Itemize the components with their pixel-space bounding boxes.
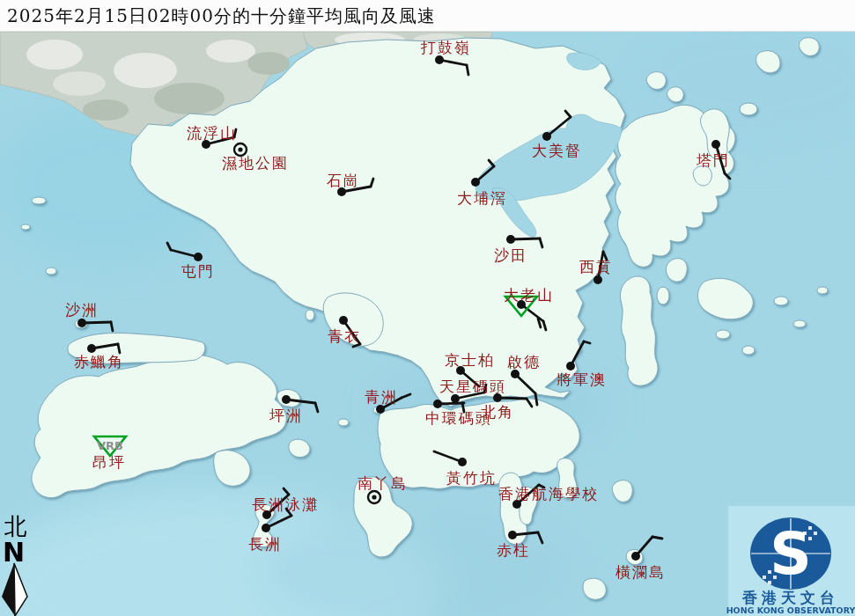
wind-barb-tick xyxy=(584,341,590,343)
station-dot xyxy=(471,178,480,187)
station-label: 黃竹坑 xyxy=(446,469,497,487)
station-label: 坪洲 xyxy=(269,407,303,424)
station-dot xyxy=(451,394,460,403)
station-label: 屯門 xyxy=(181,262,215,280)
station-dot xyxy=(87,344,96,353)
title-bar: 2025年2月15日02時00分的十分鐘平均風向及風速 xyxy=(0,0,855,32)
wind-barb-tick xyxy=(652,537,662,539)
station-label: 沙田 xyxy=(494,246,527,264)
station-dot xyxy=(339,316,348,325)
station-label: 打鼓嶺 xyxy=(420,39,471,56)
station-dot xyxy=(282,395,291,404)
station-label: 青洲 xyxy=(365,388,398,406)
station-label: 大埔滘 xyxy=(457,189,507,207)
station-label: 青衣 xyxy=(328,327,361,345)
station-dot xyxy=(493,393,502,402)
station-dot xyxy=(508,531,517,539)
station-dot xyxy=(711,140,720,149)
compass-label-en: N xyxy=(3,537,25,568)
station-dot xyxy=(433,400,442,408)
logo-name-zh: 香港天文台 xyxy=(741,589,839,606)
wind-barb-tick xyxy=(467,65,468,75)
station-label: 石崗 xyxy=(327,172,360,189)
station-dot xyxy=(593,275,602,284)
station-label: 大美督 xyxy=(532,142,582,159)
station-label: 西貢 xyxy=(579,258,613,275)
station-label: 流浮山 xyxy=(187,124,237,142)
station-label: 橫瀾島 xyxy=(615,563,666,581)
north-arrow: 北 N xyxy=(2,513,27,616)
station-label: 赤鱲角 xyxy=(74,353,124,370)
station-label: 啟德 xyxy=(507,353,541,370)
station-ngong-ping: VRB昂坪 xyxy=(92,436,126,471)
station-dot xyxy=(631,552,640,561)
wind-barb-tick xyxy=(118,344,120,353)
station-label: 長洲 xyxy=(248,535,282,553)
compass-label-zh: 北 xyxy=(4,513,27,539)
station-dot xyxy=(194,253,203,261)
station-label: 京士柏 xyxy=(445,351,495,369)
station-label: 中環碼頭 xyxy=(425,409,492,427)
station-dot xyxy=(458,458,467,466)
station-label: 赤柱 xyxy=(497,541,530,559)
map-title: 2025年2月15日02時00分的十分鐘平均風向及風速 xyxy=(7,4,436,28)
station-label: 天星碼頭 xyxy=(439,378,506,395)
station-dot xyxy=(77,319,86,327)
wind-map-screenshot: 打鼓嶺流浮山濕地公園石崗大美督塔門大埔滘沙田西貢屯門大老山沙洲赤鱲角青衣京士柏啟… xyxy=(0,0,855,616)
station-label: 長洲泳灘 xyxy=(252,495,319,513)
station-label: 塔門 xyxy=(696,151,730,169)
station-label: 昂坪 xyxy=(92,453,126,471)
wind-barb-tick xyxy=(535,393,537,405)
hong-kong-wind-map: 打鼓嶺流浮山濕地公園石崗大美督塔門大埔滘沙田西貢屯門大老山沙洲赤鱲角青衣京士柏啟… xyxy=(0,0,855,616)
station-dot xyxy=(376,405,385,414)
station-dot xyxy=(542,132,551,141)
station-dot xyxy=(511,370,520,378)
hko-logo: S 香港天文台 HONG KONG OBSERVATORY xyxy=(726,506,855,616)
station-dot xyxy=(262,524,270,532)
station-label: 大老山 xyxy=(504,286,554,304)
station-dot xyxy=(566,362,575,370)
station-label: 將軍澳 xyxy=(556,370,607,388)
station-dot xyxy=(506,235,515,244)
calm-wind-dot xyxy=(372,495,376,499)
vrb-text: VRB xyxy=(97,439,123,452)
station-label: 濕地公園 xyxy=(222,154,289,172)
wind-barb-tick xyxy=(111,322,113,331)
calm-wind-dot xyxy=(238,147,242,151)
station-dot xyxy=(435,55,444,64)
station-label: 沙洲 xyxy=(65,301,99,319)
station-label: 香港航海學校 xyxy=(498,485,599,502)
station-label: 南丫島 xyxy=(357,474,408,492)
logo-name-en: HONG KONG OBSERVATORY xyxy=(726,605,855,615)
